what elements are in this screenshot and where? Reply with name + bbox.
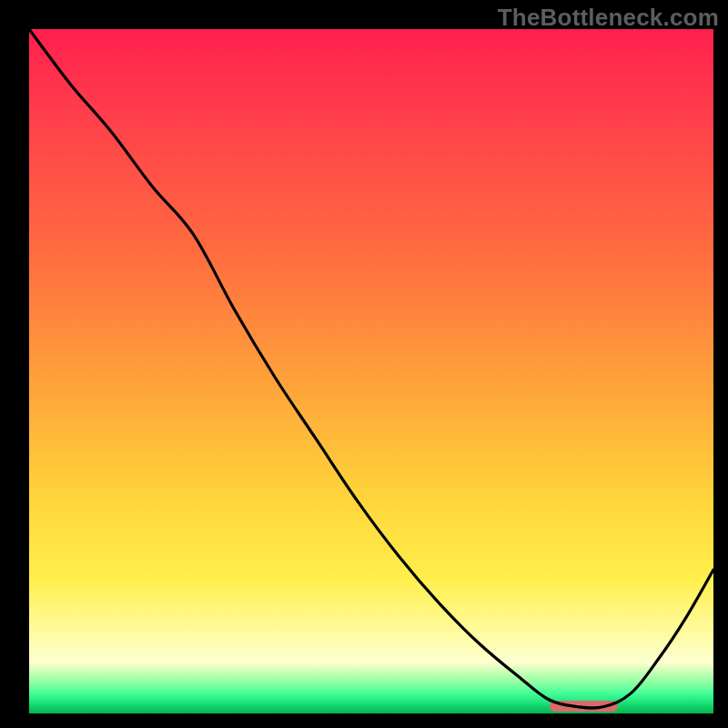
bottleneck-curve bbox=[29, 29, 713, 713]
plot-area bbox=[29, 29, 713, 713]
watermark-text: TheBottleneck.com bbox=[498, 4, 719, 32]
chart-frame: TheBottleneck.com bbox=[0, 0, 728, 728]
